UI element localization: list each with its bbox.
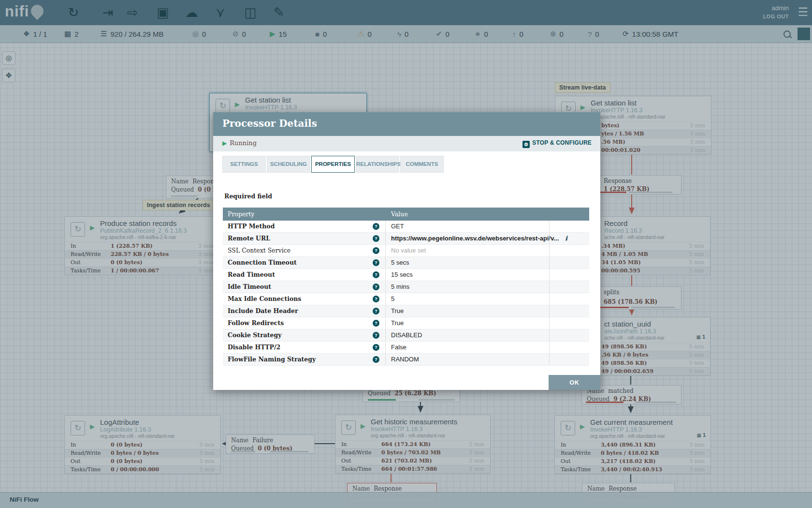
running-icon: ▶ xyxy=(222,140,227,147)
required-field-note: Required field xyxy=(224,193,272,200)
property-row-follow-redirects: Follow Redirects?True xyxy=(223,317,589,329)
tab-comments[interactable]: COMMENTS xyxy=(400,156,444,173)
help-icon[interactable]: ? xyxy=(373,320,379,327)
property-row-disable-http2: Disable HTTP/2?False xyxy=(223,342,589,354)
help-icon[interactable]: ? xyxy=(373,356,379,363)
help-icon[interactable]: ? xyxy=(373,223,379,230)
property-row-ssl-context-service: SSL Context Service?No value set xyxy=(223,245,589,257)
processor-details-dialog: Processor Details ▶Running ⚙STOP & CONFI… xyxy=(213,112,600,390)
help-icon[interactable]: ? xyxy=(373,332,379,339)
property-row-read-timeout: Read Timeout?15 secs xyxy=(223,269,589,281)
help-icon[interactable]: ? xyxy=(373,308,379,314)
help-icon[interactable]: ? xyxy=(373,344,379,351)
tab-settings[interactable]: SETTINGS xyxy=(222,156,266,173)
property-row-http-method: HTTP Method?GET xyxy=(223,221,589,233)
property-row-remote-url: Remote URL?https://www.pegelonline.wsv.d… xyxy=(223,233,589,245)
help-icon[interactable]: ? xyxy=(373,296,379,302)
property-row-cookie-strategy: Cookie Strategy?DISABLED xyxy=(223,329,589,342)
nifi-app: Stream live-data Ingest station records … xyxy=(0,0,812,508)
property-row-flowfile-naming-strategy: FlowFile Naming Strategy?RANDOM xyxy=(223,354,589,366)
stop-configure-icon: ⚙ xyxy=(522,141,530,148)
tab-properties[interactable]: PROPERTIES xyxy=(311,156,355,173)
properties-table-body: HTTP Method?GET Remote URL?https://www.p… xyxy=(223,221,589,366)
property-row-include-date-header: Include Date Header?True xyxy=(223,305,589,317)
ok-button[interactable]: OK xyxy=(549,375,600,390)
property-row-max-idle-connections: Max Idle Connections?5 xyxy=(223,293,589,305)
dialog-title: Processor Details xyxy=(222,118,317,129)
info-icon[interactable]: i xyxy=(565,233,567,244)
stop-and-configure-button[interactable]: ⚙STOP & CONFIGURE xyxy=(522,139,592,148)
dialog-header: Processor Details xyxy=(213,112,600,136)
help-icon[interactable]: ? xyxy=(373,235,379,242)
dialog-status-row: ▶Running ⚙STOP & CONFIGURE xyxy=(213,136,600,151)
help-icon[interactable]: ? xyxy=(373,247,379,254)
property-row-idle-timeout: Idle Timeout?5 mins xyxy=(223,281,589,293)
processor-run-status: ▶Running xyxy=(222,139,257,147)
property-row-connection-timeout: Connection Timeout?5 secs xyxy=(223,257,589,269)
properties-table-header: Property Value xyxy=(223,208,589,221)
tab-relationships[interactable]: RELATIONSHIPS xyxy=(356,156,399,173)
help-icon[interactable]: ? xyxy=(373,259,379,266)
tab-scheduling[interactable]: SCHEDULING xyxy=(267,156,310,173)
help-icon[interactable]: ? xyxy=(373,271,379,278)
properties-table: Property Value HTTP Method?GET Remote UR… xyxy=(223,208,589,366)
dialog-tabs: SETTINGS SCHEDULING PROPERTIES RELATIONS… xyxy=(222,156,444,173)
help-icon[interactable]: ? xyxy=(373,284,379,290)
